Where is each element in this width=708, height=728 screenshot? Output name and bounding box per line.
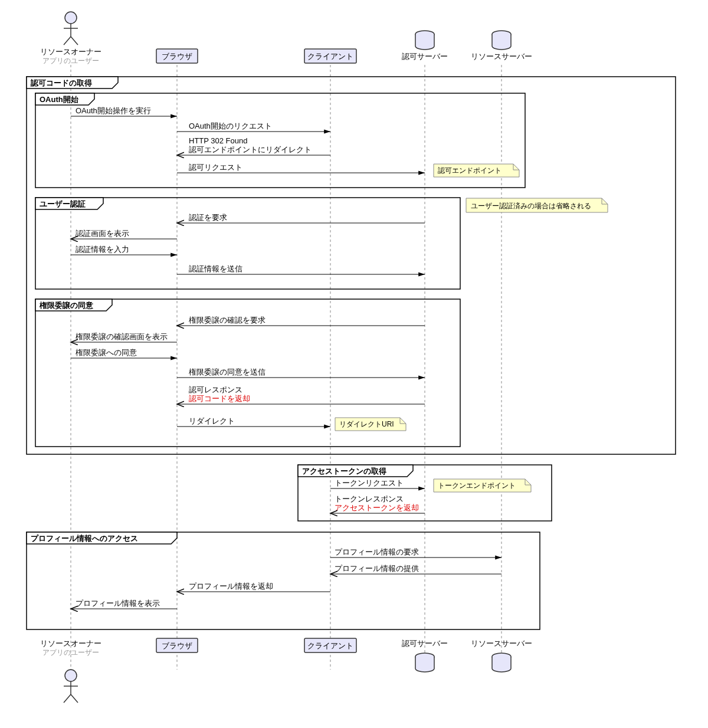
msg-profile-show: プロフィール情報を表示 bbox=[76, 599, 160, 608]
actor-browser-top: ブラウザ bbox=[156, 49, 198, 63]
msg-enter-creds: 認証情報を入力 bbox=[76, 245, 129, 254]
msg-token-req: トークンリクエスト bbox=[335, 478, 404, 487]
msg-auth-prompt: 認証を要求 bbox=[189, 213, 227, 222]
note-token-endpoint: トークンエンドポイント bbox=[434, 479, 531, 492]
msg-auth-code-returned: 認可コードを返却 bbox=[189, 394, 250, 403]
actor-client-label: クライアント bbox=[307, 52, 353, 61]
frame-profile bbox=[27, 532, 540, 629]
note-redirect-uri: リダイレクトURI bbox=[335, 418, 406, 431]
note-auth-endpoint: 認可エンドポイント bbox=[434, 164, 519, 177]
actor-owner-label: リソースオーナー bbox=[40, 47, 101, 56]
frame-token-label: アクセストークンの取得 bbox=[302, 467, 386, 476]
note-token-endpoint-text: トークンエンドポイント bbox=[438, 481, 516, 490]
msg-profile-return: プロフィール情報を返却 bbox=[189, 582, 273, 591]
msg-redirect: リダイレクト bbox=[189, 417, 235, 425]
actor-owner-top: リソースオーナー アプリのユーザー bbox=[40, 12, 101, 65]
actor-authsrv-label: 認可サーバー bbox=[402, 52, 448, 61]
msg-give-consent: 権限委譲への同意 bbox=[76, 348, 137, 357]
actor-ressrv-top: リソースサーバー bbox=[471, 31, 532, 61]
msg-access-token-returned: アクセストークンを返却 bbox=[335, 503, 419, 512]
actor-owner-sublabel: アプリのユーザー bbox=[42, 57, 99, 65]
note-auth-endpoint-text: 認可エンドポイント bbox=[438, 166, 502, 175]
actor-browser-label-b: ブラウザ bbox=[162, 641, 192, 650]
actor-owner-bottom: リソースオーナー アプリのユーザー bbox=[40, 639, 101, 703]
actor-ressrv-bottom: リソースサーバー bbox=[471, 639, 532, 672]
msg-show-consent: 権限委譲の確認画面を表示 bbox=[76, 332, 168, 341]
actor-owner-label-b: リソースオーナー bbox=[40, 639, 101, 648]
msg-auth-request: 認可リクエスト bbox=[189, 163, 242, 172]
frame-user-auth-label: ユーザー認証 bbox=[40, 199, 86, 208]
frame-auth-code bbox=[27, 77, 676, 454]
actor-client-top: クライアント bbox=[304, 49, 356, 63]
frame-oauth-start-label: OAuth開始 bbox=[40, 95, 79, 104]
svg-line-4 bbox=[71, 37, 78, 45]
svg-point-9 bbox=[65, 670, 77, 681]
frame-consent-label: 権限委譲の同意 bbox=[39, 301, 94, 310]
note-redirect-uri-text: リダイレクトURI bbox=[339, 420, 394, 428]
msg-send-consent: 権限委譲の同意を送信 bbox=[189, 368, 266, 376]
msg-show-login: 認証画面を表示 bbox=[76, 229, 129, 238]
actor-client-label-b: クライアント bbox=[307, 641, 353, 650]
frame-auth-code-label: 認可コードの取得 bbox=[30, 78, 92, 87]
msg-oauth-start-req: OAuth開始のリクエスト bbox=[189, 122, 272, 130]
frame-user-auth bbox=[35, 198, 460, 289]
actor-authsrv-label-b: 認可サーバー bbox=[402, 639, 448, 648]
actor-authsrv-bottom: 認可サーバー bbox=[402, 639, 448, 672]
msg-302-found: HTTP 302 Found bbox=[189, 136, 247, 145]
svg-line-12 bbox=[64, 694, 71, 703]
note-skip-if-authed: ユーザー認証済みの場合は省略される bbox=[466, 198, 608, 212]
svg-line-3 bbox=[64, 37, 71, 45]
msg-profile-req: プロフィール情報の要求 bbox=[335, 547, 419, 556]
actor-browser-label: ブラウザ bbox=[162, 52, 192, 61]
actor-ressrv-label-b: リソースサーバー bbox=[471, 639, 532, 648]
msg-send-creds: 認証情報を送信 bbox=[189, 264, 242, 273]
actor-browser-bottom: ブラウザ bbox=[156, 638, 198, 652]
svg-line-13 bbox=[71, 694, 78, 703]
note-skip-if-authed-text: ユーザー認証済みの場合は省略される bbox=[471, 202, 591, 210]
msg-auth-response: 認可レスポンス bbox=[189, 385, 242, 394]
msg-302-redirect: 認可エンドポイントにリダイレクト bbox=[189, 145, 312, 154]
actor-owner-sublabel-b: アプリのユーザー bbox=[42, 648, 99, 657]
msg-profile-provide: プロフィール情報の提供 bbox=[335, 564, 419, 573]
svg-point-0 bbox=[65, 12, 77, 24]
msg-consent-prompt: 権限委譲の確認を要求 bbox=[189, 316, 266, 324]
actor-ressrv-label: リソースサーバー bbox=[471, 52, 532, 61]
frame-profile-label: プロフィール情報へのアクセス bbox=[31, 534, 138, 543]
actor-authsrv-top: 認可サーバー bbox=[402, 31, 448, 61]
msg-oauth-start-op: OAuth開始操作を実行 bbox=[76, 106, 151, 115]
actor-client-bottom: クライアント bbox=[304, 638, 356, 652]
msg-token-resp: トークンレスポンス bbox=[335, 494, 404, 503]
